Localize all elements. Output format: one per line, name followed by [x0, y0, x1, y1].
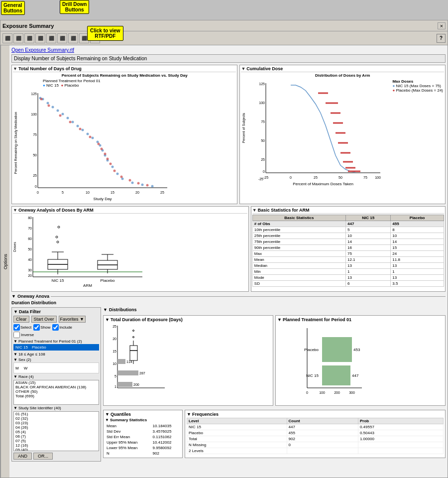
start-over-button[interactable]: Start Over — [31, 316, 57, 323]
svg-point-50 — [113, 170, 116, 172]
quant-freq-row: ▼ Quantiles ▼ Summary Statistics Mean10.… — [103, 410, 446, 458]
svg-point-23 — [72, 121, 74, 123]
svg-text:20: 20 — [28, 274, 32, 277]
svg-point-128 — [133, 330, 134, 332]
svg-text:40: 40 — [28, 258, 32, 261]
clear-button[interactable]: Clear — [13, 316, 29, 323]
include-checkbox[interactable] — [52, 324, 59, 331]
svg-point-54 — [146, 184, 149, 187]
svg-text:Percent of Maximum Doses Taken: Percent of Maximum Doses Taken — [293, 182, 354, 186]
filter2-header: ▼ 18 ≤ Age ≤ 108 — [13, 352, 99, 357]
svg-text:25: 25 — [33, 174, 37, 177]
duration-title: Duration Distribution — [11, 300, 446, 305]
svg-point-51 — [120, 176, 123, 178]
svg-point-33 — [112, 166, 114, 168]
svg-point-21 — [62, 113, 64, 116]
svg-point-38 — [151, 185, 154, 188]
toolbar-btn-1[interactable]: ⬛ — [2, 33, 12, 43]
inverse-checkbox[interactable] — [13, 332, 20, 338]
svg-text:50: 50 — [28, 247, 32, 251]
race-item-total: Total (699) — [14, 394, 99, 398]
race-item-black: BLACK OR AFRICAN AMERICAN (138) — [14, 385, 99, 389]
svg-point-53 — [137, 182, 140, 185]
show-checkbox[interactable] — [33, 324, 40, 331]
frequencies-table: Level Count Prob NIC 154470.49557Placebo… — [187, 418, 444, 454]
svg-point-19 — [52, 106, 54, 109]
svg-text:25: 25 — [314, 176, 318, 179]
svg-text:Study Day: Study Day — [94, 197, 112, 201]
svg-text:NIC 15: NIC 15 — [306, 373, 319, 378]
content-area: Options Open Exposure Summary.rtf Displa… — [0, 45, 448, 478]
site-09: 09 (40) — [14, 448, 99, 451]
data-filter-panel: ▼ Data Filter Clear Start Over Favorites… — [11, 307, 101, 462]
svg-point-45 — [98, 143, 100, 145]
filter3-list: M W — [13, 362, 99, 373]
open-summary-link[interactable]: Open Exposure Summary.rtf — [11, 47, 74, 53]
filter3-header: ▼ Sex (2) — [13, 358, 99, 362]
svg-text:50: 50 — [261, 139, 265, 142]
svg-text:20: 20 — [112, 337, 116, 341]
svg-text:50: 50 — [338, 176, 342, 179]
svg-text:10: 10 — [86, 191, 90, 194]
svg-point-18 — [47, 102, 49, 105]
race-item-other: OTHER (50) — [14, 389, 99, 394]
data-filter-title: ▼ Data Filter — [13, 309, 99, 314]
toolbar-btn-4[interactable]: ⬛ — [35, 33, 45, 43]
col-header-label: Basic Statistics — [252, 215, 345, 221]
site-01: 01 (51) — [14, 412, 99, 416]
filter1-header: ▼ Planned Treatment for Period 01 (2) — [13, 339, 99, 344]
select-checkbox[interactable] — [13, 324, 20, 331]
svg-point-27 — [92, 137, 94, 139]
help-button[interactable]: ? — [437, 34, 446, 43]
race-list[interactable]: ASIAN (15) BLACK OR AFRICAN AMERICAN (13… — [13, 380, 99, 405]
svg-text:100: 100 — [319, 391, 325, 394]
svg-text:300: 300 — [349, 391, 355, 394]
svg-point-103 — [58, 226, 60, 228]
svg-text:453: 453 — [353, 348, 360, 352]
filter4-header: ▼ Race (4) — [13, 374, 99, 379]
total-days-panel: ▼ Total Number of Days of Drug Percent o… — [11, 65, 237, 204]
oneway-panel: ▼ Oneway Analysis of Doses By ARM 80 70 … — [11, 206, 249, 292]
favorites-button[interactable]: Favorites ▼ — [59, 316, 86, 323]
svg-point-48 — [107, 158, 109, 160]
options-tab[interactable]: Options — [0, 45, 9, 478]
quantiles-title: ▼ Quantiles — [105, 412, 181, 417]
toolbar-btn-5[interactable]: ⬛ — [46, 33, 56, 43]
toolbar-btn-6[interactable]: ⬛ — [57, 33, 67, 43]
svg-text:Percent of Subjects: Percent of Subjects — [242, 113, 246, 143]
svg-text:NIC 15: NIC 15 — [52, 278, 64, 283]
right-panels: ▼ Distributions ▼ Total Duration of Expo… — [103, 307, 446, 462]
svg-rect-119 — [117, 370, 138, 375]
svg-text:1: 1 — [114, 385, 116, 388]
toolbar-btn-2[interactable]: ⬛ — [13, 33, 23, 43]
main-content: Open Exposure Summary.rtf Display Number… — [9, 45, 448, 478]
summary-stats-table: Mean10.184035Std Dev3.4576025Std Err Mea… — [105, 423, 181, 456]
svg-text:15: 15 — [111, 191, 114, 194]
svg-text:100: 100 — [31, 113, 37, 116]
treatment-bar-chart: Placebo 453 NIC 15 447 0 100 200 30 — [277, 323, 367, 403]
summary-stats-title: ▼ Summary Statistics — [105, 418, 181, 422]
svg-point-34 — [116, 173, 119, 175]
oneway-anova-section: ▼ Oneway Anova — [11, 294, 446, 299]
svg-point-46 — [101, 148, 103, 150]
toolbar-btn-3[interactable]: ⬛ — [24, 33, 34, 43]
svg-text:-25: -25 — [258, 177, 263, 181]
and-button[interactable]: AND — [13, 453, 32, 460]
site-04: 04 (26) — [14, 425, 99, 430]
toolbar-btn-7[interactable]: ⬛ — [68, 33, 78, 43]
site-list[interactable]: 01 (51) 02 (32) 03 (23) 04 (26) 05 (4) 0… — [13, 411, 99, 451]
site-02: 02 (32) — [14, 416, 99, 421]
site-06: 06 (7) — [14, 434, 99, 439]
include-checkbox-label: Include — [52, 324, 72, 331]
svg-text:200: 200 — [334, 391, 340, 394]
oneway-chart: 80 70 60 50 40 30 20 Doses NIC 15 Placeb… — [13, 215, 147, 289]
svg-point-127 — [133, 337, 134, 338]
svg-point-26 — [87, 133, 89, 135]
freq-col-prob: Prob — [358, 418, 443, 424]
svg-text:25: 25 — [261, 158, 265, 161]
col-header-placebo: Placebo — [391, 215, 444, 221]
svg-text:60: 60 — [28, 237, 32, 240]
or-button[interactable]: OR... — [33, 453, 53, 460]
close-button[interactable]: × — [438, 22, 446, 29]
svg-rect-123 — [130, 346, 137, 360]
